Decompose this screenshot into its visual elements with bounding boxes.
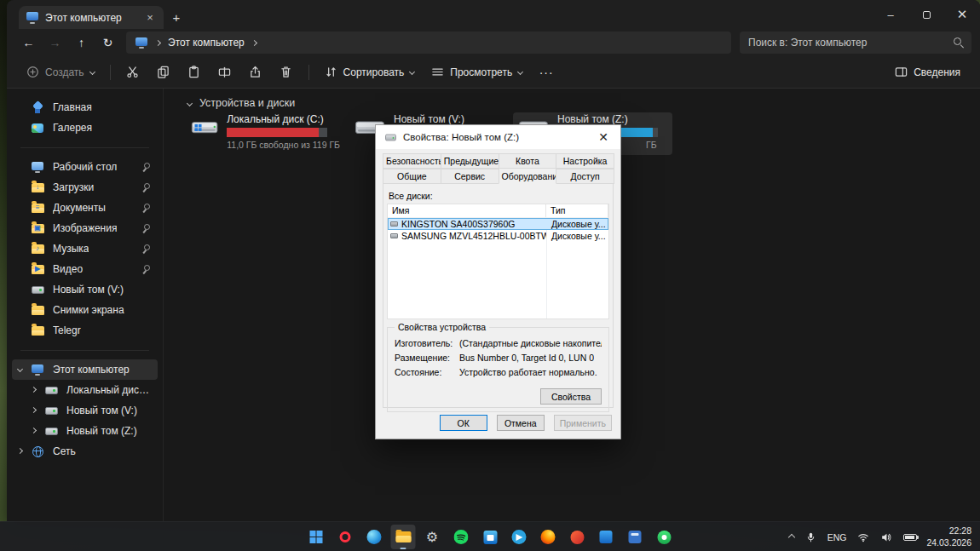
tab-general[interactable]: Общие — [383, 169, 441, 184]
sidebar-item-music[interactable]: ♪ Музыка — [12, 238, 158, 259]
device-properties-button[interactable]: Свойства — [540, 388, 602, 405]
app-green[interactable] — [652, 525, 677, 549]
dialog-close-button[interactable]: ✕ — [588, 125, 619, 149]
copy-button[interactable] — [149, 60, 178, 85]
cut-button[interactable] — [118, 60, 147, 85]
rename-button[interactable] — [210, 60, 239, 85]
system-tray: ENG 22:28 24.03.2026 — [787, 522, 975, 551]
section-header[interactable]: Устройства и диски — [187, 95, 980, 111]
tab-tools[interactable]: Сервис — [441, 169, 499, 184]
chevron-right-icon[interactable] — [31, 387, 37, 393]
breadcrumb-location[interactable]: Этот компьютер — [168, 37, 245, 49]
view-button[interactable]: Просмотреть — [424, 60, 530, 85]
forward-button[interactable]: → — [42, 32, 68, 55]
sidebar-item-volume-v[interactable]: Новый том (V:) — [12, 279, 158, 300]
details-pane-icon — [895, 66, 908, 78]
disk-row-kingston[interactable]: KINGSTON SA400S37960G Дисковые у... — [388, 218, 608, 230]
sidebar-item-videos[interactable]: ▶ Видео — [12, 259, 158, 279]
tab-quota[interactable]: Квота — [499, 153, 557, 169]
paste-button[interactable] — [180, 60, 209, 85]
sidebar-item-screenshots[interactable]: Снимки экрана — [12, 300, 158, 320]
app-firefox[interactable] — [536, 525, 561, 549]
tab-close-icon[interactable]: × — [143, 11, 157, 24]
new-tab-button[interactable]: + — [164, 6, 189, 29]
sidebar-item-desktop[interactable]: Рабочий стол — [12, 157, 158, 177]
column-name[interactable]: Имя — [388, 204, 546, 217]
music-icon: ♪ — [31, 242, 44, 255]
sort-button[interactable]: Сортировать — [317, 60, 423, 85]
tab-sharing[interactable]: Доступ — [556, 169, 614, 184]
explorer-tab[interactable]: Этот компьютер × — [19, 6, 164, 29]
app-edge[interactable] — [362, 525, 387, 549]
refresh-button[interactable]: ↻ — [95, 32, 121, 55]
chevron-right-icon[interactable] — [31, 407, 37, 413]
search-input[interactable] — [740, 37, 971, 49]
app-microsoft-store[interactable] — [478, 525, 503, 549]
chevron-right-icon[interactable] — [155, 39, 161, 45]
volume-icon[interactable] — [879, 526, 894, 548]
app-blue[interactable] — [594, 525, 619, 549]
window-controls: – ✕ — [873, 0, 980, 29]
app-telegram[interactable] — [507, 525, 532, 549]
microphone-icon[interactable] — [804, 526, 818, 548]
cancel-button[interactable]: Отмена — [497, 415, 545, 431]
more-button[interactable]: ··· — [532, 60, 561, 85]
breadcrumb[interactable]: Этот компьютер — [126, 32, 731, 54]
chevron-down-icon — [89, 69, 95, 75]
app-spotify[interactable] — [449, 525, 474, 549]
delete-button[interactable] — [272, 60, 301, 85]
sidebar-item-documents[interactable]: ≡ Документы — [12, 198, 158, 218]
battery-icon[interactable] — [902, 526, 919, 548]
disk-row-samsung[interactable]: SAMSUNG MZVL4512HBLU-00BTW Дисковые у... — [388, 230, 608, 242]
app-calculator[interactable] — [623, 525, 648, 549]
new-button[interactable]: Создать — [19, 60, 102, 85]
details-button[interactable]: Сведения — [887, 60, 968, 85]
sidebar-item-local-disk-c[interactable]: Локальный диск (C:) — [12, 380, 158, 400]
tab-security[interactable]: Безопасность — [383, 153, 441, 169]
sidebar-item-this-pc[interactable]: Этот компьютер — [12, 359, 158, 380]
start-button[interactable] — [304, 525, 329, 549]
column-type[interactable]: Тип — [546, 204, 608, 217]
sidebar-item-volume-v-tree[interactable]: Новый том (V:) — [12, 400, 158, 421]
sidebar-item-network[interactable]: Сеть — [12, 441, 158, 462]
hidden-icons-button[interactable] — [787, 526, 796, 548]
sidebar-item-pictures[interactable]: ▣ Изображения — [12, 218, 158, 238]
close-button[interactable]: ✕ — [944, 0, 980, 29]
chevron-right-icon[interactable] — [251, 39, 257, 45]
app-opera[interactable] — [333, 525, 358, 549]
back-button[interactable]: ← — [15, 32, 42, 55]
tab-previous-versions[interactable]: Предыдущие версии — [441, 153, 499, 169]
apply-button[interactable]: Применить — [554, 415, 612, 431]
disks-list[interactable]: Имя Тип KINGSTON SA400S37960G Дисковые у… — [387, 204, 609, 319]
app-file-explorer[interactable] — [391, 525, 416, 549]
sidebar-item-volume-z-tree[interactable]: Новый том (Z:) — [12, 421, 158, 441]
maximize-button[interactable] — [908, 0, 944, 29]
sidebar-item-home[interactable]: Главная — [12, 97, 158, 118]
drive-tile-c[interactable]: Локальный диск (C:) 11,0 ГБ свободно из … — [186, 112, 345, 155]
ok-button[interactable]: ОК — [440, 415, 487, 431]
chevron-right-icon[interactable] — [31, 428, 37, 433]
clock[interactable]: 22:28 24.03.2026 — [926, 525, 975, 548]
windows-logo-icon — [310, 531, 322, 542]
desktop-icon — [31, 160, 44, 174]
share-button[interactable] — [241, 60, 270, 85]
sidebar-item-gallery[interactable]: Галерея — [12, 118, 158, 138]
sidebar-item-telegr[interactable]: Telegr — [12, 320, 158, 341]
app-settings[interactable]: ⚙ — [420, 525, 445, 549]
sidebar-item-downloads[interactable]: ↓ Загрузки — [12, 177, 158, 198]
chevron-down-icon[interactable] — [187, 100, 193, 106]
app-browser[interactable] — [565, 525, 590, 549]
field-location: Размещение: Bus Number 0, Target Id 0, L… — [395, 353, 602, 363]
chevron-up-icon — [787, 533, 794, 540]
up-button[interactable]: ↑ — [68, 32, 95, 55]
search-icon[interactable] — [954, 37, 964, 48]
wifi-icon[interactable] — [856, 526, 871, 548]
chevron-down-icon[interactable] — [17, 366, 23, 372]
chevron-right-icon[interactable] — [17, 448, 23, 454]
tab-hardware[interactable]: Оборудование — [499, 168, 557, 184]
tab-customize[interactable]: Настройка — [556, 153, 614, 169]
language-indicator[interactable]: ENG — [826, 526, 849, 548]
blue-app-icon — [600, 531, 613, 543]
minimize-button[interactable]: – — [873, 0, 908, 29]
spotify-icon — [454, 530, 469, 544]
